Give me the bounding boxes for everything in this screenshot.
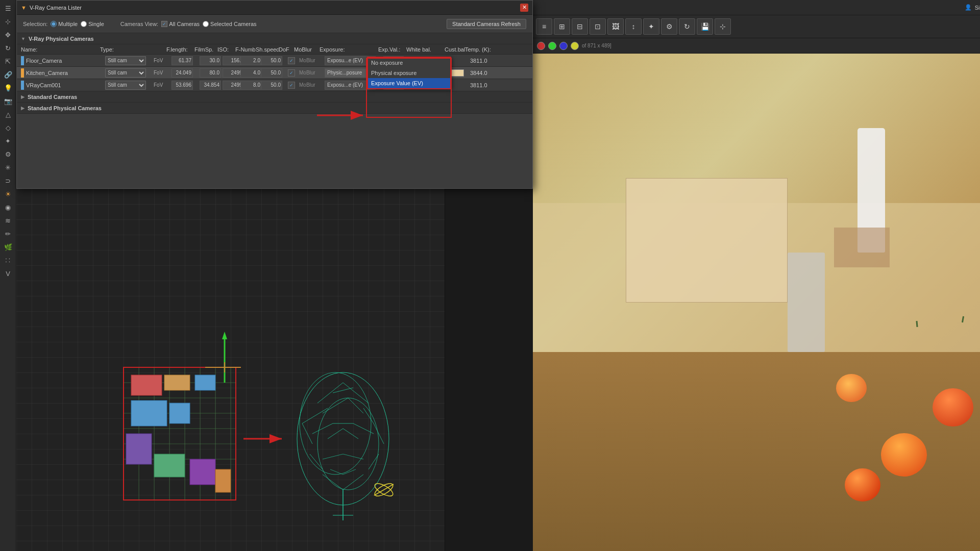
- color-circle-yellow[interactable]: [571, 42, 579, 50]
- selected-cameras-item[interactable]: Selected Cameras: [203, 21, 257, 27]
- dialog-close-button[interactable]: ✕: [520, 4, 528, 12]
- toolbar-icon-particle[interactable]: ✳: [2, 161, 14, 173]
- svg-line-35: [343, 383, 369, 403]
- 3d-viewport[interactable]: [16, 189, 445, 551]
- filmsp-input[interactable]: [200, 68, 221, 78]
- color-circle-green[interactable]: [548, 42, 556, 50]
- svg-line-38: [363, 408, 374, 423]
- toolbar-icon-dynamics[interactable]: ⊃: [2, 174, 14, 187]
- rt-icon-3[interactable]: ⊟: [572, 18, 588, 35]
- dof-checkbox[interactable]: ✓: [288, 69, 295, 77]
- single-label: Single: [88, 21, 104, 27]
- exposure-dropdown[interactable]: No exposure Physical exposure Exposure V…: [367, 57, 451, 89]
- camera-type-select[interactable]: Still cam: [105, 56, 146, 65]
- rt-icon-6[interactable]: ↕: [625, 18, 642, 35]
- rt-icon-1[interactable]: ≡: [536, 18, 552, 35]
- fnumber-input[interactable]: [240, 56, 261, 65]
- multiple-radio[interactable]: [51, 21, 57, 27]
- toolbar-icon-select[interactable]: ⊹: [2, 15, 14, 28]
- flength-input[interactable]: [172, 81, 193, 90]
- rt-icon-10[interactable]: 💾: [697, 18, 713, 35]
- table-row[interactable]: Floor_Camera Still cam FoV: [17, 55, 532, 67]
- dof-checkbox[interactable]: ✓: [288, 57, 295, 64]
- camera-name: Floor_Camera: [26, 58, 105, 64]
- single-radio-item[interactable]: Single: [81, 21, 104, 27]
- fnumber-input[interactable]: [240, 68, 261, 78]
- iso-input[interactable]: [223, 81, 240, 90]
- standard-physical-section-header[interactable]: ▶ Standard Physical Cameras: [17, 103, 532, 114]
- toolbar-icon-light[interactable]: 💡: [2, 82, 14, 94]
- standard-cameras-label: Standard Cameras: [28, 94, 77, 100]
- filmsp-input[interactable]: [200, 81, 221, 90]
- camera-flength: [172, 81, 200, 90]
- toolbar-icon-vray[interactable]: V: [2, 267, 14, 280]
- rt-icon-11[interactable]: ⊹: [715, 18, 731, 35]
- toolbar-icon-fx[interactable]: ≋: [2, 214, 14, 227]
- rt-icon-8[interactable]: ⚙: [661, 18, 677, 35]
- rt-icon-7[interactable]: ✦: [643, 18, 659, 35]
- shspeed-input[interactable]: [261, 56, 282, 65]
- dof-checkbox[interactable]: ✓: [288, 82, 295, 89]
- all-cameras-checkbox[interactable]: ✓: [161, 21, 167, 27]
- no-exposure-option[interactable]: No exposure: [368, 58, 450, 68]
- camera-type-select[interactable]: Still cam: [105, 81, 146, 90]
- toolbar-icon-systems[interactable]: ⚙: [2, 148, 14, 160]
- standard-cameras-section-header[interactable]: ▶ Standard Cameras: [17, 91, 532, 103]
- refresh-button[interactable]: Standard Cameras Refresh: [447, 19, 526, 29]
- toolbar-icon-shapes[interactable]: ◇: [2, 121, 14, 134]
- toolbar-icon-render[interactable]: ◉: [2, 201, 14, 213]
- shspeed-input[interactable]: [261, 68, 282, 78]
- toolbar-icon-active[interactable]: ☀: [2, 188, 14, 200]
- flength-input[interactable]: [172, 56, 193, 65]
- toolbar-icon-rotate[interactable]: ↻: [2, 42, 14, 54]
- svg-rect-18: [195, 375, 215, 390]
- toolbar-icon-grass[interactable]: 🌿: [2, 241, 14, 253]
- fnumber-input[interactable]: [240, 81, 261, 90]
- table-row[interactable]: VRayCam001 Still cam FoV: [17, 79, 532, 91]
- toolbar-icon-camera[interactable]: 📷: [2, 95, 14, 107]
- kitchen-render-viewport[interactable]: [533, 54, 980, 551]
- toolbar-icon-scale[interactable]: ⇱: [2, 55, 14, 67]
- camera-dof[interactable]: ✓: [284, 82, 299, 89]
- rt-icon-4[interactable]: ⊡: [590, 18, 606, 35]
- section-chevron-icon: ▶: [21, 106, 24, 111]
- svg-line-50: [328, 429, 343, 439]
- camera-filmsp: [200, 56, 223, 65]
- iso-input[interactable]: [223, 68, 240, 78]
- sign-in-area: 👤 Sign In: [965, 4, 980, 11]
- sign-in-text[interactable]: Sign In: [975, 5, 980, 11]
- toolbar-icon-menu[interactable]: ☰: [2, 2, 14, 14]
- toolbar-icon-scatter[interactable]: ⸬: [2, 254, 14, 266]
- toolbar-icon-paint[interactable]: ✏: [2, 228, 14, 240]
- camera-dof[interactable]: ✓: [284, 69, 299, 77]
- camera-fnumber: [240, 81, 261, 90]
- svg-rect-23: [190, 459, 215, 485]
- camera-dof[interactable]: ✓: [284, 57, 299, 64]
- all-cameras-item[interactable]: ✓ All Cameras: [161, 21, 200, 27]
- exposure-value-option[interactable]: Exposure Value (EV): [368, 78, 450, 88]
- color-circle-red[interactable]: [537, 42, 545, 50]
- physical-exposure-option[interactable]: Physical exposure: [368, 68, 450, 78]
- shspeed-input[interactable]: [261, 81, 282, 90]
- color-options-bar: of 871 x 489]: [533, 38, 980, 54]
- toolbar-icon-link[interactable]: 🔗: [2, 68, 14, 81]
- rt-icon-2[interactable]: ⊞: [554, 18, 570, 35]
- iso-input[interactable]: [223, 56, 240, 65]
- selection-radio-group: Multiple Single: [51, 21, 104, 27]
- toolbar-icon-helpers[interactable]: ✦: [2, 135, 14, 147]
- camera-type-select[interactable]: Still cam: [105, 68, 146, 78]
- color-circle-blue[interactable]: [559, 42, 568, 50]
- kitchen-render-area: [533, 54, 980, 551]
- selected-cameras-radio[interactable]: [203, 21, 209, 27]
- single-radio[interactable]: [81, 21, 87, 27]
- rt-icon-9[interactable]: ↻: [679, 18, 695, 35]
- toolbar-icon-move[interactable]: ✥: [2, 29, 14, 41]
- multiple-radio-item[interactable]: Multiple: [51, 21, 78, 27]
- toolbar-icon-geometry[interactable]: △: [2, 108, 14, 120]
- rt-icon-5[interactable]: 🖼: [607, 18, 624, 35]
- row-indicator: [21, 56, 24, 65]
- flength-input[interactable]: [172, 68, 193, 78]
- vray-physical-section-header[interactable]: ▼ V-Ray Physical Cameras: [17, 33, 532, 44]
- table-row[interactable]: Kitchen_Camera Still cam FoV: [17, 67, 532, 79]
- filmsp-input[interactable]: [200, 56, 221, 65]
